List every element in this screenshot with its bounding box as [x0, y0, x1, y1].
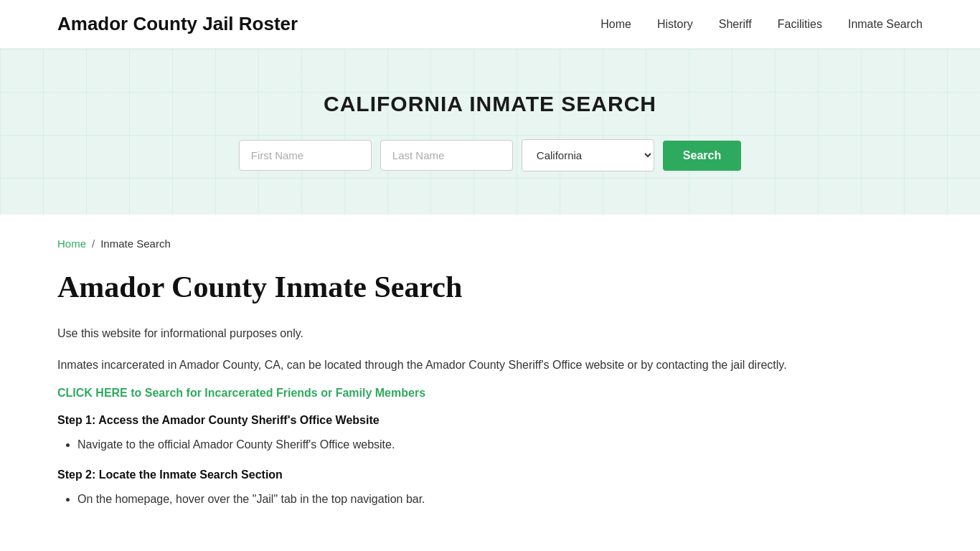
paragraph-1: Use this website for informational purpo…: [57, 324, 923, 343]
nav-item-facilities[interactable]: Facilities: [778, 18, 822, 31]
page-title: Amador County Inmate Search: [57, 270, 923, 304]
step1-heading: Step 1: Access the Amador County Sheriff…: [57, 414, 923, 427]
search-button[interactable]: Search: [663, 141, 741, 171]
nav-item-history[interactable]: History: [657, 18, 693, 31]
step2-heading: Step 2: Locate the Inmate Search Section: [57, 468, 923, 481]
nav-item-home[interactable]: Home: [600, 18, 631, 31]
breadcrumb-separator: /: [92, 237, 95, 250]
breadcrumb: Home / Inmate Search: [57, 237, 923, 250]
breadcrumb-home-link[interactable]: Home: [57, 237, 86, 250]
cta-link[interactable]: CLICK HERE to Search for Incarcerated Fr…: [57, 387, 425, 400]
inmate-search-form: AlabamaAlaskaArizonaArkansasCaliforniaCo…: [239, 139, 741, 171]
paragraph-2: Inmates incarcerated in Amador County, C…: [57, 356, 923, 375]
nav-item-inmate-search[interactable]: Inmate Search: [848, 18, 923, 31]
nav-item-sheriff[interactable]: Sheriff: [719, 18, 752, 31]
step2-list: On the homepage, hover over the "Jail" t…: [57, 490, 923, 509]
state-select[interactable]: AlabamaAlaskaArizonaArkansasCaliforniaCo…: [522, 139, 654, 171]
breadcrumb-current: Inmate Search: [100, 237, 171, 250]
site-logo[interactable]: Amador County Jail Roster: [57, 13, 298, 35]
main-content: Home / Inmate Search Amador County Inmat…: [0, 215, 980, 551]
step1-list: Navigate to the official Amador County S…: [57, 435, 923, 454]
step1-item-1: Navigate to the official Amador County S…: [77, 435, 923, 454]
hero-banner: CALIFORNIA INMATE SEARCH AlabamaAlaskaAr…: [0, 49, 980, 215]
step2-item-1: On the homepage, hover over the "Jail" t…: [77, 490, 923, 509]
last-name-input[interactable]: [380, 140, 513, 171]
main-nav: Home History Sheriff Facilities Inmate S…: [600, 18, 923, 31]
first-name-input[interactable]: [239, 140, 372, 171]
hero-title: CALIFORNIA INMATE SEARCH: [324, 92, 656, 116]
site-header: Amador County Jail Roster Home History S…: [0, 0, 980, 49]
